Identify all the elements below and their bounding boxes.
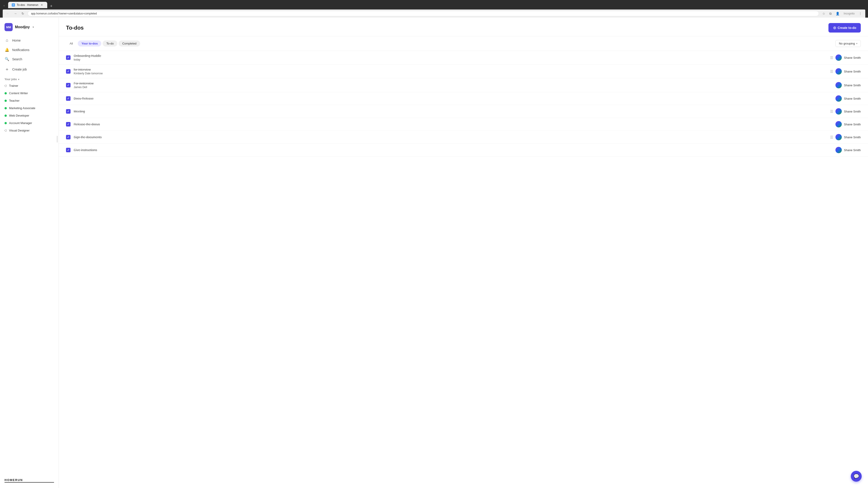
doc-icon-2: ☰ (830, 69, 833, 74)
search-icon: 🔍 (4, 57, 9, 61)
sidebar-item-search[interactable]: 🔍 Search (2, 55, 57, 64)
brand-dropdown-chevron: ▾ (33, 26, 34, 29)
jobs-section-label: Your jobs (4, 78, 17, 81)
sidebar-item-create-job[interactable]: ＋ Create job (2, 64, 57, 74)
todo-meta-7: ☰ Shane Smith (830, 134, 861, 140)
todo-checkbox-6[interactable]: ✓ (66, 122, 70, 127)
todo-checkbox-5[interactable]: ✓ (66, 109, 70, 113)
todo-content-8: Give instructions (74, 148, 832, 152)
todo-title-3[interactable]: For innterview (74, 82, 832, 85)
jobs-section-chevron: ▾ (18, 78, 19, 80)
todo-title-1[interactable]: Onboarding Huddle (74, 54, 827, 58)
create-todo-button[interactable]: ⊕ Create to-do (829, 23, 861, 33)
reload-button[interactable]: ↻ (20, 11, 25, 16)
browser-toolbar: ← → ↻ app.homerun.co/todos?owner=user&st… (3, 9, 865, 18)
filter-todo[interactable]: To-do (103, 40, 117, 46)
todo-title-2[interactable]: for interview (74, 68, 827, 71)
todo-item-6: ✓ Release the docus Shane Smith (59, 118, 868, 131)
job-item-trainer[interactable]: Trainer (2, 82, 57, 89)
todo-title-8[interactable]: Give instructions (74, 148, 832, 152)
new-tab-button[interactable]: + (48, 4, 54, 8)
todo-checkbox-8[interactable]: ✓ (66, 148, 70, 152)
todo-content-6: Release the docus (74, 123, 832, 126)
todo-content-7: Sign the documents (74, 135, 827, 139)
todo-title-6[interactable]: Release the docus (74, 123, 832, 126)
todo-meta-6: Shane Smith (835, 121, 861, 127)
todo-list: ✓ Onboarding Huddle today ☰ Shane Smith (59, 51, 868, 488)
job-item-marketing-associate[interactable]: Marketing Associate (2, 105, 57, 111)
todo-item-1: ✓ Onboarding Huddle today ☰ Shane Smith (59, 51, 868, 65)
todo-title-5[interactable]: Meeting (74, 109, 827, 113)
todo-title-7[interactable]: Sign the documents (74, 135, 827, 139)
assignee-7: Shane Smith (844, 135, 861, 139)
menu-button[interactable]: ⋮ (858, 11, 863, 16)
job-item-web-developer[interactable]: Web Developer (2, 112, 57, 119)
incognito-label: Incognito (842, 11, 856, 16)
job-item-visual-designer[interactable]: Visual Designer (2, 127, 57, 134)
job-dot-teacher (4, 100, 7, 102)
grouping-dropdown[interactable]: No grouping ▾ (835, 40, 861, 47)
todo-meta-5: ☰ Shane Smith (830, 108, 861, 115)
checkmark-icon-1: ✓ (67, 56, 69, 59)
todo-item-5: ✓ Meeting ☰ Shane Smith (59, 105, 868, 118)
sidebar-jobs-list: Trainer Content Writer Teacher Marketing… (0, 82, 59, 134)
filter-all[interactable]: All (66, 40, 76, 46)
sidebar: MM Moodjoy ▾ ⌂ Home 🔔 Notifications 🔍 Se… (0, 18, 59, 488)
todo-subtitle-2: Kimberly Dale tomorrow (74, 72, 827, 75)
job-item-teacher[interactable]: Teacher (2, 97, 57, 104)
sidebar-section-jobs[interactable]: Your jobs ▾ (0, 74, 59, 82)
sidebar-item-notifications[interactable]: 🔔 Notifications (2, 45, 57, 54)
doc-icon-1: ☰ (830, 56, 833, 60)
browser-chrome: ‹ H To-dos · Homerun ✕ + ← → ↻ app.homer… (0, 0, 868, 18)
split-view-button[interactable]: ⧉ (828, 11, 833, 16)
todo-item-3: ✓ For innterview James Dell Shane Smith (59, 78, 868, 92)
sidebar-item-home[interactable]: ⌂ Home (2, 36, 57, 45)
back-button[interactable]: ← (5, 11, 10, 16)
job-label-trainer: Trainer (9, 84, 18, 88)
todo-checkbox-2[interactable]: ✓ (66, 69, 70, 74)
checkmark-icon-7: ✓ (67, 135, 69, 139)
bookmark-button[interactable]: ☆ (821, 11, 827, 16)
profile-button[interactable]: 👤 (835, 11, 841, 16)
todo-checkbox-7[interactable]: ✓ (66, 135, 70, 139)
tab-close-button[interactable]: ✕ (40, 3, 43, 7)
assignee-2: Shane Smith (844, 70, 861, 73)
job-dot-account-manager (4, 122, 7, 124)
chat-fab-button[interactable]: 💬 (851, 471, 862, 482)
browser-tabs: ‹ H To-dos · Homerun ✕ + (3, 2, 865, 8)
sidebar-scroll-indicator (0, 136, 59, 142)
todo-subtitle-3: James Dell (74, 86, 832, 89)
job-dot-web-developer (4, 115, 7, 117)
checkmark-icon-2: ✓ (67, 70, 69, 73)
todo-meta-2: ☰ Shane Smith (830, 68, 861, 74)
job-label-web-developer: Web Developer (9, 114, 29, 117)
sidebar-nav: ⌂ Home 🔔 Notifications 🔍 Search ＋ Create… (0, 36, 59, 74)
todo-checkbox-3[interactable]: ✓ (66, 83, 70, 88)
tab-list-chevron[interactable]: ‹ (3, 3, 5, 8)
active-tab[interactable]: H To-dos · Homerun ✕ (8, 2, 47, 8)
address-bar[interactable]: app.homerun.co/todos?owner=user&status=c… (28, 11, 819, 16)
forward-button[interactable]: → (13, 11, 18, 16)
todo-content-1: Onboarding Huddle today (74, 54, 827, 61)
job-dot-marketing-associate (4, 107, 7, 109)
job-label-account-manager: Account Manager (9, 121, 32, 125)
create-todo-plus-icon: ⊕ (833, 25, 836, 30)
filter-completed[interactable]: Completed (119, 40, 140, 46)
homerun-logo-underline (4, 482, 54, 483)
sidebar-brand[interactable]: MM Moodjoy ▾ (0, 21, 59, 36)
avatar-7 (835, 134, 842, 140)
todo-checkbox-4[interactable]: ✓ (66, 96, 70, 101)
todo-item-8: ✓ Give instructions Shane Smith (59, 144, 868, 157)
sidebar-label-create-job: Create job (12, 68, 27, 71)
job-dot-trainer (4, 85, 7, 87)
filter-your-todos[interactable]: Your to-dos (78, 40, 101, 46)
avatar-2 (835, 68, 842, 74)
job-label-content-writer: Content Writer (9, 92, 28, 95)
filter-tabs: All Your to-dos To-do Completed (66, 40, 140, 46)
job-item-content-writer[interactable]: Content Writer (2, 90, 57, 97)
todo-meta-4: Shane Smith (835, 95, 861, 102)
todo-person-2: Kimberly Dale (74, 72, 91, 75)
todo-checkbox-1[interactable]: ✓ (66, 55, 70, 60)
todo-title-4[interactable]: Docu Release (74, 97, 832, 100)
job-item-account-manager[interactable]: Account Manager (2, 120, 57, 127)
